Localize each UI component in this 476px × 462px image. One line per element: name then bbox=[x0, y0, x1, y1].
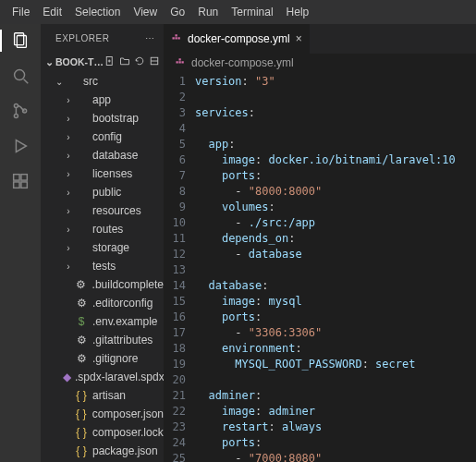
menu-selection[interactable]: Selection bbox=[68, 6, 127, 18]
chevron-right-icon: › bbox=[63, 225, 74, 235]
editor-tabs: docker-compose.yml × bbox=[164, 24, 476, 54]
tree-item[interactable]: ›storage bbox=[41, 238, 164, 257]
code-content[interactable]: version: "3"services: app: image: docker… bbox=[195, 74, 476, 462]
tree-item[interactable]: ›bootstrap bbox=[41, 109, 164, 128]
tree-item-label: public bbox=[92, 186, 121, 199]
menu-edit[interactable]: Edit bbox=[36, 6, 68, 18]
tree-item-label: artisan bbox=[92, 389, 126, 402]
chevron-right-icon: › bbox=[63, 114, 74, 124]
file-icon: ◆ bbox=[63, 371, 71, 383]
tree-item[interactable]: ⚙.buildcomplete bbox=[41, 275, 164, 294]
activity-bar bbox=[0, 24, 41, 462]
tree-item-label: .spdx-laravel.spdx bbox=[75, 371, 164, 383]
tree-item[interactable]: ›licenses bbox=[41, 164, 164, 183]
tree-item-label: .env.example bbox=[92, 315, 157, 328]
tree-item[interactable]: ›resources bbox=[41, 201, 164, 220]
tree-item[interactable]: { }composer.json bbox=[41, 405, 164, 423]
tree-item[interactable]: ›app bbox=[41, 91, 164, 109]
run-debug-icon[interactable] bbox=[9, 135, 31, 157]
tree-item[interactable]: ›public bbox=[41, 183, 164, 201]
collapse-icon[interactable] bbox=[149, 55, 160, 68]
menu-help[interactable]: Help bbox=[280, 6, 316, 18]
file-tree[interactable]: ⌄src›app›bootstrap›config›database›licen… bbox=[41, 72, 164, 462]
sidebar-title: EXPLORER bbox=[55, 33, 109, 43]
tree-item[interactable]: ›database bbox=[41, 146, 164, 164]
json-icon: { } bbox=[74, 389, 89, 402]
editor-group: docker-compose.yml × docker-compose.yml … bbox=[164, 24, 476, 462]
more-icon[interactable]: ⋯ bbox=[145, 33, 155, 43]
project-section-header[interactable]: ⌄ BOOK-THIS-... bbox=[41, 52, 164, 72]
tree-item-label: tests bbox=[92, 260, 116, 273]
tree-item[interactable]: $.env.example bbox=[41, 312, 164, 331]
menu-go[interactable]: Go bbox=[164, 6, 191, 18]
svg-point-4 bbox=[14, 103, 18, 107]
svg-marker-7 bbox=[16, 140, 26, 152]
explorer-sidebar: EXPLORER ⋯ ⌄ BOOK-THIS-... ⌄src›app›boot… bbox=[41, 24, 164, 462]
svg-rect-19 bbox=[176, 37, 177, 39]
tree-item-label: .gitignore bbox=[92, 352, 138, 365]
explorer-icon[interactable] bbox=[9, 30, 31, 52]
gear-icon: ⚙ bbox=[74, 278, 89, 291]
svg-point-5 bbox=[14, 114, 18, 117]
tree-item[interactable]: ›tests bbox=[41, 257, 164, 275]
breadcrumb[interactable]: docker-compose.yml bbox=[164, 54, 476, 72]
docker-file-icon bbox=[175, 56, 186, 70]
tree-item-label: database bbox=[92, 149, 138, 162]
chevron-right-icon: › bbox=[63, 243, 74, 253]
tree-item-label: composer.lock bbox=[92, 426, 164, 439]
chevron-right-icon: › bbox=[63, 151, 74, 161]
svg-rect-23 bbox=[179, 61, 181, 63]
tree-item[interactable]: ⚙.gitignore bbox=[41, 349, 164, 368]
tree-item[interactable]: ›config bbox=[41, 128, 164, 146]
tree-item[interactable]: { }package.json bbox=[41, 442, 164, 460]
svg-rect-24 bbox=[179, 58, 181, 60]
tree-item-label: licenses bbox=[92, 167, 132, 180]
tab-docker-compose[interactable]: docker-compose.yml × bbox=[164, 24, 311, 54]
tree-item-label: .buildcomplete bbox=[92, 278, 164, 291]
project-name: BOOK-THIS-... bbox=[55, 56, 104, 67]
tree-item[interactable]: { }artisan bbox=[41, 386, 164, 405]
svg-rect-1 bbox=[17, 36, 26, 48]
tree-item-label: routes bbox=[92, 223, 123, 236]
tab-label: docker-compose.yml bbox=[188, 32, 290, 45]
json-icon: { } bbox=[74, 407, 89, 420]
svg-rect-20 bbox=[176, 34, 177, 36]
menu-run[interactable]: Run bbox=[191, 6, 225, 18]
chevron-right-icon: › bbox=[63, 95, 74, 105]
source-control-icon[interactable] bbox=[9, 100, 31, 122]
line-number-gutter: 1234567891011121314151617181920212223242… bbox=[164, 74, 195, 462]
tree-item-label: .editorconfig bbox=[92, 297, 153, 310]
chevron-right-icon: › bbox=[63, 206, 74, 216]
svg-rect-9 bbox=[14, 182, 19, 188]
code-editor[interactable]: 1234567891011121314151617181920212223242… bbox=[164, 72, 476, 462]
json-icon: { } bbox=[74, 426, 89, 439]
extensions-icon[interactable] bbox=[9, 170, 31, 192]
new-file-icon[interactable] bbox=[104, 55, 116, 68]
tree-item[interactable]: ⚙.gitattributes bbox=[41, 331, 164, 349]
breadcrumb-label: docker-compose.yml bbox=[191, 56, 294, 69]
chevron-right-icon: › bbox=[63, 132, 74, 142]
menubar: FileEditSelectionViewGoRunTerminalHelp bbox=[0, 0, 476, 24]
menu-file[interactable]: File bbox=[6, 6, 36, 18]
menu-view[interactable]: View bbox=[127, 6, 164, 18]
new-folder-icon[interactable] bbox=[119, 55, 130, 68]
tree-item[interactable]: ›routes bbox=[41, 220, 164, 238]
tree-item-label: config bbox=[92, 130, 122, 143]
menu-terminal[interactable]: Terminal bbox=[225, 6, 279, 18]
tree-item[interactable]: ⚙.editorconfig bbox=[41, 294, 164, 312]
svg-line-3 bbox=[24, 79, 29, 84]
search-icon[interactable] bbox=[9, 65, 31, 87]
refresh-icon[interactable] bbox=[134, 55, 145, 68]
svg-rect-8 bbox=[14, 175, 19, 180]
tree-item[interactable]: ⌄src bbox=[41, 72, 164, 91]
tree-item[interactable]: ◆.spdx-laravel.spdx bbox=[41, 368, 164, 386]
tree-item[interactable]: { }composer.lock bbox=[41, 423, 164, 442]
svg-point-2 bbox=[15, 70, 25, 80]
tree-item-label: composer.json bbox=[92, 407, 164, 420]
svg-rect-10 bbox=[21, 182, 27, 188]
close-icon[interactable]: × bbox=[296, 32, 302, 45]
chevron-down-icon: ⌄ bbox=[54, 77, 65, 87]
gear-icon: ⚙ bbox=[74, 334, 89, 346]
svg-rect-0 bbox=[15, 33, 24, 45]
chevron-down-icon: ⌄ bbox=[43, 56, 55, 67]
